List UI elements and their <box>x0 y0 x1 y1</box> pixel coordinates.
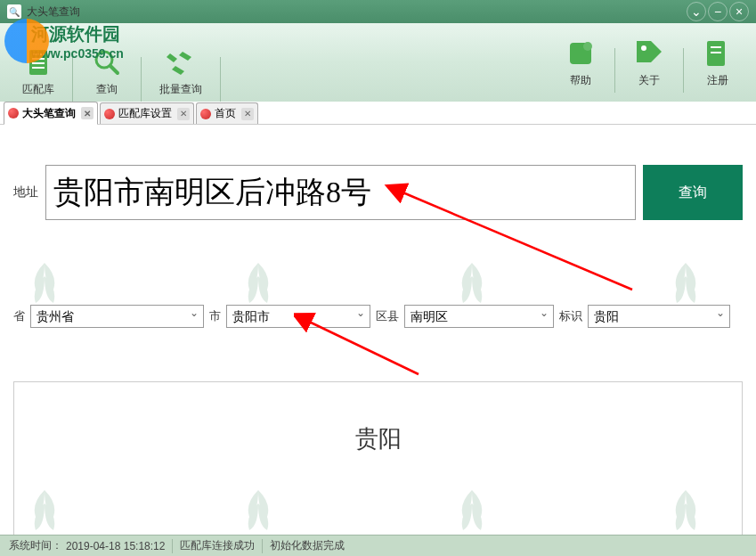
toolbar-label: 帮助 <box>570 73 591 88</box>
separator <box>172 539 173 553</box>
toolbar-match-db[interactable]: 匹配库 <box>9 42 68 102</box>
database-icon <box>22 46 54 78</box>
separator <box>262 539 263 553</box>
tab-label: 首页 <box>215 106 236 121</box>
mark-select[interactable]: 贵阳 <box>588 305 730 328</box>
svg-rect-12 <box>711 52 721 53</box>
batch-icon <box>165 46 197 78</box>
separator <box>141 57 142 102</box>
dropdown-button[interactable]: ⌄ <box>687 2 706 21</box>
close-button[interactable]: × <box>729 2 749 21</box>
toolbar-left: 匹配库 查询 批量查询 <box>9 42 225 102</box>
close-icon[interactable]: ✕ <box>241 108 254 120</box>
filter-row: 省 贵州省 市 贵阳市 区县 南明区 标识 贵阳 <box>13 305 743 328</box>
tab-query[interactable]: 大头笔查询 ✕ <box>4 102 98 125</box>
toolbar-label: 关于 <box>638 73 660 88</box>
window-controls: ⌄ − × <box>687 2 749 21</box>
toolbar-query[interactable]: 查询 <box>77 42 136 102</box>
help-icon <box>565 37 597 70</box>
city-select[interactable]: 贵阳市 <box>226 305 370 328</box>
tab-match-settings[interactable]: 匹配库设置 ✕ <box>100 102 194 124</box>
pin-icon <box>104 109 115 119</box>
district-label: 区县 <box>376 308 399 324</box>
svg-point-8 <box>583 42 592 51</box>
toolbar-label: 批量查询 <box>159 82 202 97</box>
title-bar: 🔍 大头笔查询 ⌄ − × <box>0 0 756 23</box>
status-time-label: 系统时间： <box>9 538 62 553</box>
tag-icon <box>633 37 665 70</box>
leaf-decoration <box>659 263 712 307</box>
tab-home[interactable]: 首页 ✕ <box>196 102 258 124</box>
app-icon: 🔍 <box>7 4 21 19</box>
toolbar-register[interactable]: 注册 <box>688 33 747 93</box>
svg-line-6 <box>110 66 118 73</box>
pin-icon <box>8 108 19 119</box>
separator <box>683 48 684 93</box>
province-label: 省 <box>13 308 25 324</box>
toolbar-label: 注册 <box>707 73 728 88</box>
search-icon <box>91 46 123 78</box>
leaf-decoration <box>18 263 71 307</box>
leaf-decoration <box>445 263 499 307</box>
toolbar-help[interactable]: 帮助 <box>551 33 610 93</box>
result-box: 贵阳 <box>13 381 743 535</box>
tab-bar: 大头笔查询 ✕ 匹配库设置 ✕ 首页 ✕ <box>0 102 756 125</box>
address-row: 地址 查询 <box>13 165 743 220</box>
toolbar-label: 查询 <box>96 82 118 97</box>
tab-label: 大头笔查询 <box>22 106 76 121</box>
status-bar: 系统时间： 2019-04-18 15:18:12 匹配库连接成功 初始化数据完… <box>0 535 756 556</box>
svg-rect-4 <box>32 67 45 69</box>
minimize-button[interactable]: − <box>708 2 728 21</box>
query-button[interactable]: 查询 <box>643 165 743 220</box>
close-icon[interactable]: ✕ <box>81 107 93 119</box>
leaf-decoration <box>232 263 285 307</box>
status-time-value: 2019-04-18 15:18:12 <box>66 540 165 552</box>
city-label: 市 <box>209 308 221 324</box>
province-select[interactable]: 贵州省 <box>30 305 204 328</box>
separator <box>614 48 615 93</box>
tab-label: 匹配库设置 <box>118 106 172 121</box>
svg-rect-11 <box>711 46 721 48</box>
address-input[interactable] <box>45 165 636 220</box>
toolbar-batch-query[interactable]: 批量查询 <box>146 42 215 102</box>
status-connection: 匹配库连接成功 <box>180 538 255 553</box>
window-title: 大头笔查询 <box>27 4 80 20</box>
status-init: 初始化数据完成 <box>270 538 345 553</box>
separator <box>72 57 73 102</box>
svg-rect-3 <box>32 62 45 64</box>
content: 地址 查询 省 贵州省 市 贵阳市 区县 南明区 标识 贵阳 贵阳 <box>0 125 756 535</box>
svg-point-9 <box>641 45 646 51</box>
result-text: 贵阳 <box>355 423 402 454</box>
address-label: 地址 <box>13 184 38 200</box>
toolbar: 河源软件园 www.pc0359.cn 匹配库 查询 批量查询 帮助 关于 <box>0 23 756 102</box>
separator <box>220 57 221 102</box>
toolbar-label: 匹配库 <box>22 82 54 97</box>
svg-rect-2 <box>32 58 45 60</box>
mark-label: 标识 <box>559 308 582 324</box>
district-select[interactable]: 南明区 <box>404 305 554 328</box>
svg-rect-1 <box>32 53 45 55</box>
toolbar-about[interactable]: 关于 <box>620 33 679 93</box>
title-left: 🔍 大头笔查询 <box>7 4 80 20</box>
pin-icon <box>200 109 211 119</box>
toolbar-right: 帮助 关于 注册 <box>551 33 747 93</box>
close-icon[interactable]: ✕ <box>177 108 190 120</box>
register-icon <box>702 37 734 70</box>
svg-line-14 <box>307 321 419 374</box>
